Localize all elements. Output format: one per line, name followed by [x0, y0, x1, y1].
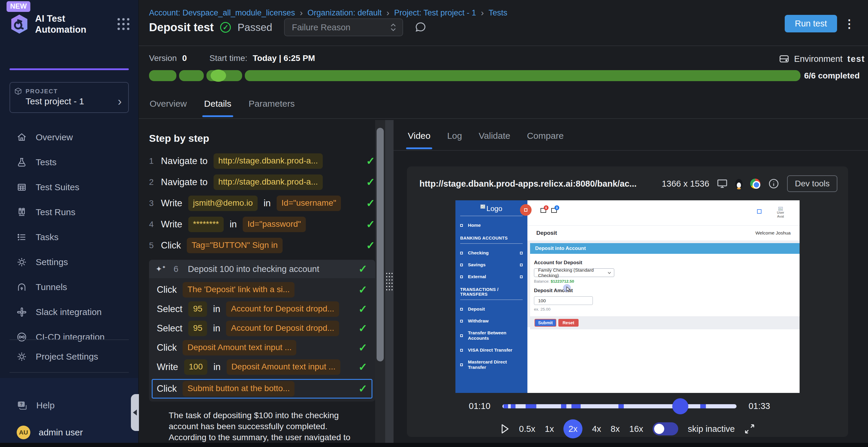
- substep-row-1[interactable]: Click The 'Deposit' link with a si... ✓: [157, 281, 367, 298]
- checkbox-icon[interactable]: [757, 209, 762, 214]
- breadcrumb-project[interactable]: Project: Test project - 1: [394, 8, 476, 18]
- bank-nav-visa[interactable]: VISA Direct Transfer: [460, 347, 523, 353]
- step-row-2[interactable]: 2 Navigate to http://stage.dbank.prod-a.…: [149, 174, 375, 191]
- deposit-amount-input[interactable]: 100: [534, 296, 593, 305]
- sidebar-item-tests[interactable]: Tests: [0, 150, 138, 175]
- sidebar-item-slack-integration[interactable]: Slack integration: [0, 300, 138, 324]
- project-kicker: PROJECT: [26, 88, 58, 95]
- speed-8x[interactable]: 8x: [611, 424, 620, 434]
- speed-16x[interactable]: 16x: [629, 424, 643, 434]
- bank-nav-withdraw[interactable]: Withdraw: [460, 318, 523, 324]
- tab-validate[interactable]: Validate: [478, 131, 510, 149]
- submit-button[interactable]: Submit: [534, 319, 556, 326]
- sidebar-item-help[interactable]: ? Help: [0, 393, 138, 418]
- skip-inactive-toggle[interactable]: [653, 422, 678, 436]
- progress-segment[interactable]: [245, 70, 801, 81]
- sidebar-item-test-runs[interactable]: Test Runs: [0, 200, 138, 225]
- timeline-marker[interactable]: [526, 404, 536, 408]
- fullscreen-icon[interactable]: [744, 423, 755, 434]
- tab-video[interactable]: Video: [408, 131, 430, 149]
- window-icon[interactable]: 0: [551, 208, 557, 213]
- substep-row-2[interactable]: Select 95 in Account for Deposit dropd..…: [157, 301, 367, 317]
- comment-icon[interactable]: [414, 21, 427, 34]
- dev-tools-button[interactable]: Dev tools: [787, 175, 837, 192]
- step-conjunction: in: [264, 198, 271, 209]
- bank-nav-external[interactable]: External: [460, 274, 523, 279]
- step-row-1[interactable]: 1 Navigate to http://stage.dbank.prod-a.…: [149, 152, 375, 169]
- broken-image-icon: [480, 204, 485, 209]
- window-icon[interactable]: 0: [540, 208, 546, 213]
- timeline-marker[interactable]: [511, 404, 516, 408]
- breadcrumb-organization[interactable]: Organization: default: [308, 8, 382, 18]
- sidebar-item-overview[interactable]: Overview: [0, 125, 138, 150]
- sidebar-item-settings[interactable]: Settings: [0, 250, 138, 275]
- progress-segment[interactable]: [179, 70, 204, 81]
- kebab-menu-icon[interactable]: ⋮: [844, 17, 855, 30]
- select-chevrons-icon: [390, 22, 397, 32]
- sidebar-collapse-handle[interactable]: [131, 394, 139, 431]
- timeline-marker[interactable]: [561, 404, 567, 408]
- breadcrumb-separator: ›: [481, 8, 484, 18]
- project-selector[interactable]: PROJECT Test project - 1 ›: [9, 82, 129, 113]
- video-frame[interactable]: Logo Home BANKING ACCOUNTS Checking Savi…: [456, 200, 800, 393]
- failure-reason-select[interactable]: Failure Reason: [284, 19, 403, 36]
- tab-details[interactable]: Details: [204, 99, 231, 117]
- step-target-chip: Account for Deposit dropd...: [226, 321, 339, 336]
- run-test-button[interactable]: Run test: [785, 15, 837, 32]
- apps-grid-icon[interactable]: [118, 18, 129, 30]
- svg-text:?: ?: [20, 402, 23, 407]
- user-menu[interactable]: AU admin user: [17, 425, 83, 439]
- tab-overview[interactable]: Overview: [150, 99, 187, 117]
- info-icon[interactable]: [768, 178, 779, 189]
- video-resolution: 1366 x 1536: [662, 179, 709, 189]
- tab-parameters[interactable]: Parameters: [249, 99, 295, 117]
- substep-row-4[interactable]: Click Deposit Amount text input ... ✓: [157, 339, 367, 356]
- bank-nav-checking[interactable]: Checking: [460, 250, 523, 255]
- step-conjunction: in: [213, 323, 220, 334]
- check-icon: ✓: [366, 239, 375, 252]
- speed-0-5x[interactable]: 0.5x: [519, 424, 535, 434]
- sidebar-item-tasks[interactable]: Tasks: [0, 225, 138, 250]
- bank-nav-deposit[interactable]: Deposit: [460, 306, 523, 312]
- step-value-chip: http://stage.dbank.prod-a...: [214, 153, 323, 169]
- tab-log[interactable]: Log: [447, 131, 462, 149]
- steps-scrollbar-thumb[interactable]: [377, 128, 384, 362]
- timeline-thumb[interactable]: [672, 398, 688, 414]
- substep-row-6-selected[interactable]: Click Submit button at the botto... ✓: [152, 379, 372, 399]
- timeline-marker[interactable]: [700, 404, 706, 408]
- sidebar-item-label: Help: [36, 400, 55, 410]
- step-row-4[interactable]: 4 Write ******** in Id="password" ✓: [149, 216, 375, 233]
- sidebar-item-tunnels[interactable]: Tunnels: [0, 275, 138, 300]
- speed-4x[interactable]: 4x: [592, 424, 601, 434]
- step-number: 5: [149, 241, 161, 250]
- sidebar-item-project-settings[interactable]: Project Settings: [0, 344, 138, 369]
- step-row-5[interactable]: 5 Click Tag="BUTTON" Sign in ✓: [149, 237, 375, 254]
- sidebar-item-test-suites[interactable]: Test Suites: [0, 175, 138, 200]
- panel-splitter[interactable]: [385, 120, 394, 443]
- timeline-marker[interactable]: [504, 404, 508, 408]
- bank-nav-transfer[interactable]: Transfer Between Accounts: [460, 330, 523, 341]
- play-icon[interactable]: [500, 423, 509, 435]
- check-icon: ✓: [359, 382, 367, 395]
- step-row-3[interactable]: 3 Write jsmith@demo.io in Id="username" …: [149, 195, 375, 212]
- speed-1x[interactable]: 1x: [545, 424, 554, 434]
- main-tabs: Overview Details Parameters: [150, 99, 295, 117]
- breadcrumb-tests[interactable]: Tests: [489, 8, 507, 18]
- substep-row-3[interactable]: Select 95 in Account for Deposit dropd..…: [157, 320, 367, 337]
- reset-button[interactable]: Reset: [558, 319, 579, 326]
- speed-2x-active[interactable]: 2x: [563, 419, 583, 438]
- timeline-marker[interactable]: [571, 404, 581, 408]
- video-timeline[interactable]: [502, 404, 737, 408]
- progress-segment[interactable]: [207, 70, 242, 81]
- user-avatar-broken: User Avat: [773, 207, 788, 218]
- step-group-header[interactable]: ✦✦ 6 Deposit 100 into checking account ✓: [149, 260, 375, 278]
- breadcrumb-account[interactable]: Account: Devspace_all_module_licenses: [149, 8, 295, 18]
- progress-segment[interactable]: [149, 70, 176, 81]
- bank-nav-savings[interactable]: Savings: [460, 262, 523, 268]
- bank-nav-home[interactable]: Home: [460, 222, 523, 228]
- substep-row-5[interactable]: Write 100 in Deposit Amount text input .…: [157, 358, 367, 375]
- tab-compare[interactable]: Compare: [527, 131, 563, 149]
- account-select[interactable]: Family Checking (Standard Checking): [534, 268, 614, 277]
- timeline-marker[interactable]: [618, 404, 624, 408]
- bank-nav-mastercard[interactable]: Mastercard Direct Transfer: [460, 359, 523, 370]
